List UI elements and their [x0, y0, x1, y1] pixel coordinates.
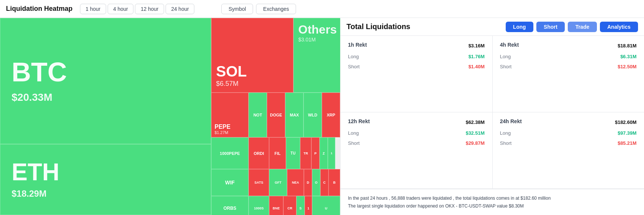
rekt-12h-row: 12h Rekt $62.38M: [348, 118, 485, 126]
z-cell[interactable]: Z: [320, 137, 328, 169]
rekt-4h-long-row: Long $6.31M: [500, 54, 637, 59]
sats-cell[interactable]: SATS: [249, 169, 269, 196]
rekt-24h-short-label: Short: [500, 140, 512, 146]
pepe-value: $1.27M: [215, 130, 245, 135]
rekt-24h-total: $182.60M: [615, 119, 637, 125]
rekt-12h-long-val: $32.51M: [466, 130, 485, 136]
stats-grid-2: 12h Rekt $62.38M Long $32.51M Short $29.…: [341, 112, 644, 188]
summary-line2: The largest single liquidation order hap…: [348, 202, 637, 210]
rekt-24h-long-label: Long: [500, 130, 511, 136]
row4: WIF SATS GFT NEA D O C B: [211, 169, 340, 196]
rekt-24h-short-val: $85.21M: [617, 140, 637, 146]
s-cell[interactable]: S: [296, 196, 305, 215]
1000pepe-cell[interactable]: 1000PEPE: [211, 137, 249, 169]
b-cell[interactable]: B: [329, 169, 340, 196]
bne-cell[interactable]: BNE: [269, 196, 283, 215]
wif-cell[interactable]: WIF: [211, 169, 249, 196]
long-button[interactable]: Long: [506, 22, 533, 32]
1000s-cell[interactable]: 1000S: [249, 196, 269, 215]
stats-area: 1h Rekt $3.16M Long $1.76M Short $1.40M …: [341, 36, 644, 215]
orbs-cell[interactable]: ORBS: [211, 196, 249, 215]
rekt-1h-total: $3.16M: [468, 43, 484, 49]
nea-cell[interactable]: NEA: [287, 169, 304, 196]
d-cell[interactable]: D: [304, 169, 312, 196]
time-btn-4hour[interactable]: 4 hour: [108, 4, 134, 14]
time-btn-12hour[interactable]: 12 hour: [135, 4, 164, 14]
tu-cell[interactable]: TU: [286, 137, 300, 169]
pepe-cell[interactable]: PEPE $1.27M: [211, 93, 249, 137]
main-content: BTC $20.33M ETH $18.29M SOL $6.57M: [0, 18, 644, 215]
btc-cell[interactable]: BTC $20.33M: [0, 18, 211, 144]
wld-cell[interactable]: WLD: [303, 93, 322, 137]
c-cell[interactable]: C: [320, 169, 329, 196]
ordi-cell[interactable]: ORDI: [249, 137, 269, 169]
others-cell[interactable]: Others $3.01M: [293, 18, 340, 93]
rekt-1h-short-label: Short: [348, 64, 360, 69]
rekt-4h-short-val: $12.50M: [617, 64, 637, 69]
rekt-24h-short-row: Short $85.21M: [500, 140, 637, 146]
o-cell[interactable]: O: [312, 169, 320, 196]
row5: ORBS 1000S BNE CR S 1 U: [211, 196, 340, 215]
max-cell[interactable]: MAX: [285, 93, 303, 137]
stats-col-1h: 1h Rekt $3.16M Long $1.76M Short $1.40M: [341, 36, 493, 112]
exchanges-button[interactable]: Exchanges: [256, 4, 296, 14]
sol-cell[interactable]: SOL $6.57M: [211, 18, 293, 93]
filter-buttons: Symbol Exchanges: [221, 4, 296, 14]
not-cell[interactable]: NOT: [249, 93, 267, 137]
analytics-panel: Total Liquidations Long Short Trade Anal…: [340, 18, 644, 215]
symbol-button[interactable]: Symbol: [221, 4, 253, 14]
sol-others-row: SOL $6.57M Others $3.01M: [211, 18, 340, 93]
stats-grid: 1h Rekt $3.16M Long $1.76M Short $1.40M …: [341, 36, 644, 112]
page-title: Liquidation Heatmap: [6, 5, 73, 13]
1000s-col: 1000S: [249, 196, 269, 215]
u-cell[interactable]: U: [312, 196, 340, 215]
time-btn-1hour[interactable]: 1 hour: [80, 4, 106, 14]
rekt-12h-long-row: Long $32.51M: [348, 130, 485, 136]
others-value: $3.01M: [298, 37, 337, 43]
time-btn-24hour[interactable]: 24 hour: [166, 4, 194, 14]
cr-cell[interactable]: CR: [283, 196, 296, 215]
rekt-4h-short-label: Short: [500, 64, 512, 69]
extra-cell[interactable]: 1: [328, 137, 335, 169]
xrp-cell[interactable]: XRP: [322, 93, 340, 137]
rekt-24h-row: 24h Rekt $182.60M: [500, 118, 637, 126]
rekt-24h-long-row: Long $97.39M: [500, 130, 637, 136]
rekt-24h-long-val: $97.39M: [617, 130, 637, 136]
tr-cell[interactable]: TR: [300, 137, 311, 169]
sats-column: SATS: [249, 169, 269, 196]
analytics-header: Total Liquidations Long Short Trade Anal…: [341, 18, 644, 36]
stats-col-4h: 4h Rekt $18.81M Long $6.31M Short $12.50…: [493, 36, 644, 112]
rekt-4h-label: 4h Rekt: [500, 42, 519, 48]
btc-name: BTC: [12, 59, 200, 85]
trade-button[interactable]: Trade: [568, 22, 597, 32]
rekt-12h-long-label: Long: [348, 130, 359, 136]
rekt-4h-short-row: Short $12.50M: [500, 64, 637, 69]
short-button[interactable]: Short: [536, 22, 565, 32]
analytics-button[interactable]: Analytics: [600, 22, 638, 32]
rekt-12h-short-val: $29.87M: [466, 140, 485, 146]
doge-cell[interactable]: DOGE: [267, 93, 285, 137]
eth-value: $18.29M: [12, 188, 200, 199]
rekt-4h-total: $18.81M: [617, 43, 637, 49]
rekt-4h-long-label: Long: [500, 54, 511, 59]
pepe-row: PEPE $1.27M NOT DOGE MAX WLD XRP: [211, 93, 340, 137]
others-name: Others: [298, 23, 337, 37]
eth-cell[interactable]: ETH $18.29M: [0, 144, 211, 215]
rekt-12h-label: 12h Rekt: [348, 118, 370, 124]
rekt-1h-label: 1h Rekt: [348, 42, 367, 48]
rekt-1h-short-val: $1.40M: [468, 64, 484, 69]
page-header: Liquidation Heatmap 1 hour 4 hour 12 hou…: [0, 0, 644, 18]
eth-name: ETH: [12, 160, 200, 184]
rekt-12h-short-label: Short: [348, 140, 360, 146]
rekt-1h-short-row: Short $1.40M: [348, 64, 485, 69]
1-cell[interactable]: 1: [305, 196, 312, 215]
btc-value: $20.33M: [12, 91, 200, 103]
fil-cell[interactable]: FIL: [269, 137, 286, 169]
p-cell1[interactable]: P: [311, 137, 320, 169]
rekt-12h-short-row: Short $29.87M: [348, 140, 485, 146]
rekt-1h-row: 1h Rekt $3.16M: [348, 42, 485, 49]
gft-cell[interactable]: GFT: [269, 169, 287, 196]
stats-col-12h: 12h Rekt $62.38M Long $32.51M Short $29.…: [341, 112, 493, 188]
pepe-name: PEPE: [215, 124, 245, 130]
rekt-4h-row: 4h Rekt $18.81M: [500, 42, 637, 49]
